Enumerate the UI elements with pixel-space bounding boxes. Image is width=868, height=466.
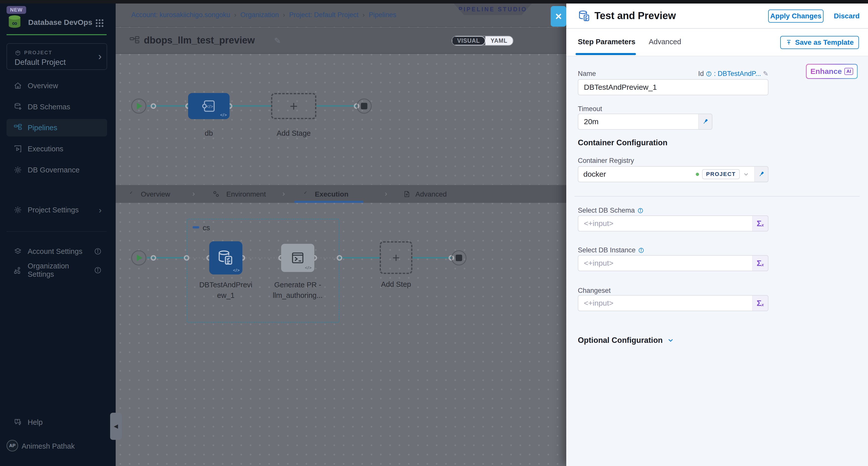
sidebar-item-label: Organization Settings [28, 262, 94, 278]
id-value-link[interactable]: : DBTestAndP... [714, 70, 761, 78]
code-badge: </> [305, 265, 312, 270]
scope-tag: PROJECT [702, 169, 740, 179]
breadcrumb-project[interactable]: Project: Default Project [289, 11, 359, 19]
container-registry-label: Container Registry [578, 157, 634, 165]
pipeline-studio-badge: PIPELINE STUDIO [454, 3, 532, 15]
toggle-visual[interactable]: VISUAL [452, 36, 485, 45]
expression-toggle[interactable]: Σx [752, 255, 768, 271]
connector-line [412, 257, 451, 258]
container-registry-value[interactable]: docker PROJECT [578, 166, 754, 182]
sidebar-item-db-governance[interactable]: DB Governance [6, 161, 107, 179]
environment-icon [213, 190, 220, 198]
connector-line [339, 257, 380, 258]
db-schema-label-row: Select DB Schema [578, 207, 644, 214]
pin-toggle[interactable] [698, 113, 712, 130]
changeset-input[interactable] [578, 295, 752, 311]
connector-dotted-line [187, 257, 209, 259]
sigma-icon: Σ [756, 219, 762, 228]
pipeline-canvas: Account: kurosakiichigo.songoku › Organi… [116, 3, 566, 466]
add-stage-label: Add Stage [271, 128, 316, 138]
optional-config-toggle[interactable]: Optional Configuration [578, 336, 674, 345]
chevron-down-icon [667, 337, 674, 344]
stage-node-db[interactable]: </> </> [188, 93, 229, 119]
discard-button[interactable]: Discard [834, 12, 860, 20]
sidebar-item-db-schemas[interactable]: DB Schemas [6, 98, 107, 115]
expression-toggle[interactable]: Σx [752, 295, 768, 311]
section-divider [575, 196, 860, 197]
breadcrumb-pipelines[interactable]: Pipelines [369, 11, 396, 19]
tab-advanced[interactable]: Advanced [415, 190, 447, 198]
changeset-field: Σx [578, 295, 768, 311]
user-name[interactable]: Animesh Pathak [22, 442, 75, 451]
avatar-initials: AP [9, 443, 16, 448]
plus-icon: + [290, 98, 298, 114]
breadcrumb-organization[interactable]: Organization [240, 11, 279, 19]
exec-end-node [451, 251, 466, 265]
sidebar-item-project-settings[interactable]: Project Settings › [6, 201, 107, 219]
panel-title: Test and Preview [594, 10, 676, 21]
group-collapse-icon[interactable] [193, 226, 199, 229]
tab-environment[interactable]: Environment [226, 190, 266, 198]
breadcrumb-separator: › [283, 11, 285, 19]
app-title: Database DevOps [28, 18, 92, 27]
info-icon[interactable] [706, 71, 712, 77]
add-stage-node[interactable]: + [271, 93, 316, 119]
sidebar-item-account-settings[interactable]: Account Settings [6, 242, 107, 260]
sidebar-item-pipelines[interactable]: Pipelines [6, 119, 107, 136]
pipelines-icon [13, 124, 22, 132]
sidebar-item-overview[interactable]: Overview [6, 77, 107, 95]
tab-execution[interactable]: Execution [315, 190, 348, 198]
tab-step-parameters[interactable]: Step Parameters [578, 38, 636, 46]
info-icon[interactable] [638, 208, 644, 214]
sidebar-item-organization-settings[interactable]: Organization Settings [6, 261, 107, 279]
avatar[interactable]: AP [6, 440, 18, 452]
name-input[interactable] [578, 79, 768, 95]
sidebar: NEW ∞ Database DevOps PROJECT Default Pr… [0, 3, 116, 466]
terminal-icon [290, 251, 305, 265]
sidebar-collapse-handle[interactable]: ◀ [110, 413, 122, 440]
close-panel-button[interactable]: × [551, 6, 566, 27]
name-label: Name [578, 70, 596, 78]
changeset-label: Changeset [578, 287, 611, 295]
chevron-down-icon[interactable] [743, 171, 749, 177]
connector-line [316, 105, 356, 107]
enhance-ai-button[interactable]: Enhance AI [806, 64, 858, 79]
view-toggle[interactable]: VISUAL YAML [452, 36, 514, 46]
sidebar-item-help[interactable]: ? Help [6, 413, 107, 431]
sidebar-item-label: Project Settings [28, 206, 79, 214]
db-schema-field: Σx [578, 215, 768, 232]
step-label-line: DBTestAndPrevi [198, 279, 253, 290]
pipeline-title-row: dbops_llm_test_preview ✎ VISUAL YAML [116, 27, 566, 54]
new-badge: NEW [6, 6, 26, 14]
timeout-input[interactable] [578, 113, 698, 130]
edit-pencil-icon[interactable]: ✎ [763, 70, 768, 78]
step-config-panel: Test and Preview Apply Changes Discard S… [566, 3, 868, 466]
project-selector[interactable]: PROJECT Default Project › [6, 43, 107, 70]
info-icon[interactable] [638, 247, 644, 253]
name-field [578, 79, 768, 95]
add-step-node[interactable]: + [380, 241, 412, 274]
toggle-yaml[interactable]: YAML [485, 36, 513, 45]
id-label: Id [698, 70, 704, 78]
connectivity-dot [696, 173, 699, 176]
edit-pencil-icon[interactable]: ✎ [274, 36, 281, 45]
code-badge: </> [233, 268, 240, 273]
db-schema-input[interactable] [578, 215, 752, 232]
step-node-label: Generate PR - llm_authoring... [270, 279, 326, 301]
tab-separator: › [282, 189, 285, 198]
step-node-db-test-and-preview[interactable]: </> [209, 241, 242, 274]
svg-text:?: ? [17, 419, 18, 423]
save-as-template-button[interactable]: Save as Template [780, 36, 859, 49]
module-grid-icon[interactable] [95, 18, 104, 28]
tab-advanced[interactable]: Advanced [649, 38, 681, 46]
sidebar-item-executions[interactable]: Executions [6, 140, 107, 158]
pin-toggle[interactable] [754, 166, 768, 182]
enhance-label: Enhance [810, 67, 842, 76]
tab-overview[interactable]: Overview [141, 190, 170, 198]
expression-toggle[interactable]: Σx [752, 215, 768, 232]
tab-separator: › [385, 189, 387, 198]
apply-changes-button[interactable]: Apply Changes [768, 9, 824, 23]
breadcrumb-account[interactable]: Account: kurosakiichigo.songoku [131, 11, 230, 19]
step-node-generate-pr[interactable]: </> [281, 244, 314, 272]
db-instance-input[interactable] [578, 255, 752, 271]
